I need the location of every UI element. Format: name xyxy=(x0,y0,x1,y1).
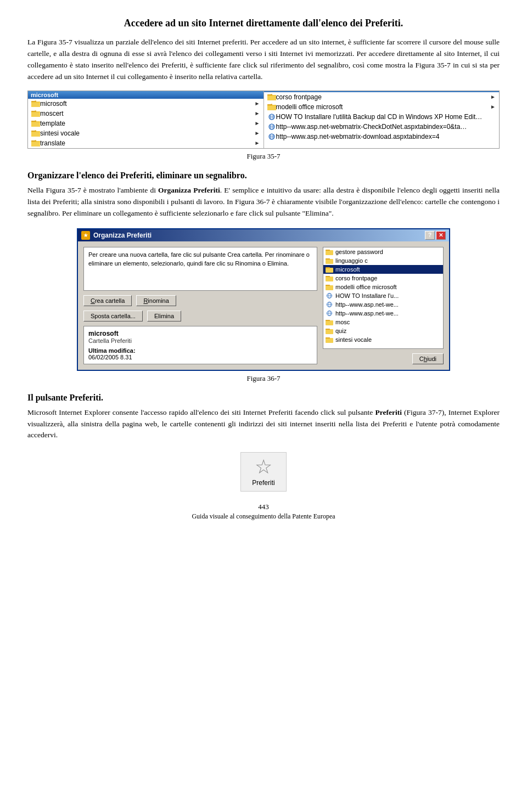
dialog-close-row: Chiudi xyxy=(323,353,444,364)
list-item[interactable]: sintesi vocale xyxy=(323,335,443,344)
list-item[interactable]: template► xyxy=(28,119,264,128)
list-item[interactable]: modelli office microsoft► xyxy=(264,102,500,112)
arrow-icon: ► xyxy=(490,104,496,110)
fig35-caption: Figura 35-7 xyxy=(27,152,500,161)
dialog-title-left: ★ Organizza Preferiti xyxy=(81,231,152,240)
arrow-icon: ► xyxy=(490,94,496,100)
section-1-title: Organizzare l'elenco dei Preferiti, elim… xyxy=(27,171,500,181)
link-icon xyxy=(326,292,333,299)
preferiti-label: Preferiti xyxy=(252,479,274,487)
list-item[interactable]: HOW TO Installare l'u... xyxy=(323,291,443,300)
figure-35-7: microsoft microsoft►moscert►template►sin… xyxy=(27,91,500,149)
link-icon xyxy=(267,113,276,120)
figure-36-7: ★ Organizza Preferiti ? ✕ Per creare una… xyxy=(77,228,450,371)
favorites-list[interactable]: gestore passwordlinguaggio cmicrosoftcor… xyxy=(323,247,444,349)
preferiti-star: ☆ Preferiti xyxy=(240,452,286,492)
info-mod: Ultima modifica: 06/02/2005 8.31 xyxy=(88,347,312,360)
folder-icon xyxy=(267,103,276,110)
dialog-title-text: Organizza Preferiti xyxy=(93,232,152,239)
folder-icon xyxy=(267,93,276,100)
help-button[interactable]: ? xyxy=(425,231,435,240)
dialog-titlebar: ★ Organizza Preferiti ? ✕ xyxy=(78,229,449,241)
arrow-icon: ► xyxy=(255,130,260,136)
fig35-left-col: microsoft microsoft►moscert►template►sin… xyxy=(28,91,264,148)
list-item[interactable]: moscert► xyxy=(28,109,264,119)
list-item[interactable]: mosc xyxy=(323,318,443,326)
page-number: 443 xyxy=(27,503,500,511)
list-item[interactable]: microsoft► xyxy=(28,99,264,109)
list-item[interactable]: translate► xyxy=(28,138,264,148)
list-item[interactable]: quiz xyxy=(323,326,443,335)
fig35-left-header: microsoft xyxy=(28,91,264,99)
section-2-title: Il pulsante Preferiti. xyxy=(27,393,500,403)
folder-icon xyxy=(31,139,40,146)
dialog-title-buttons: ? ✕ xyxy=(425,231,446,240)
folder-icon xyxy=(31,129,40,137)
dialog-description: Per creare una nuova cartella, fare clic… xyxy=(83,247,317,291)
arrow-icon: ► xyxy=(255,120,260,126)
dialog-title-icon: ★ xyxy=(81,231,90,240)
list-item[interactable]: sintesi vocale► xyxy=(28,128,264,138)
list-item[interactable]: corso frontpage► xyxy=(264,92,500,102)
list-item[interactable]: microsoft xyxy=(323,265,443,274)
link-icon xyxy=(267,133,276,140)
dialog-left: Per creare una nuova cartella, fare clic… xyxy=(83,247,317,364)
dialog-body: Per creare una nuova cartella, fare clic… xyxy=(78,241,449,370)
page-footer: 443 Guida visuale al conseguimento della… xyxy=(27,503,500,521)
rinomina-button[interactable]: Rinomina xyxy=(136,295,176,306)
folder-icon xyxy=(326,336,333,343)
arrow-icon: ► xyxy=(255,140,260,146)
folder-icon xyxy=(326,257,333,264)
folder-icon xyxy=(326,266,333,273)
close-button[interactable]: ✕ xyxy=(436,231,446,240)
folder-icon xyxy=(326,249,333,255)
list-item[interactable]: http--www.asp.net-webmatrix-CheckDotNet.… xyxy=(264,122,500,132)
star-icon: ☆ xyxy=(255,457,272,477)
list-item[interactable]: http--www.asp.net-we... xyxy=(323,309,443,318)
list-item[interactable]: http--www.asp.net-webmatrix-download.asp… xyxy=(264,132,500,142)
paragraph-1: La Figura 35-7 visualizza un parziale de… xyxy=(27,37,500,83)
arrow-icon: ► xyxy=(255,110,260,116)
footer-text: Guida visuale al conseguimento della Pat… xyxy=(27,512,500,521)
list-item[interactable]: HOW TO Installare l'utilità Backup dal C… xyxy=(264,112,500,122)
info-name: microsoft xyxy=(88,330,312,337)
link-icon xyxy=(326,310,333,317)
page-title: Accedere ad un sito Internet direttament… xyxy=(27,16,500,30)
link-icon xyxy=(326,301,333,308)
fig36-caption: Figura 36-7 xyxy=(27,374,500,383)
paragraph-3: Microsoft Internet Explorer consente l'a… xyxy=(27,407,500,442)
list-item[interactable]: modelli office microsoft xyxy=(323,283,443,291)
elimina-button[interactable]: Elimina xyxy=(147,311,181,322)
arrow-icon: ► xyxy=(255,100,260,106)
folder-icon xyxy=(31,120,40,127)
list-item[interactable]: linguaggio c xyxy=(323,256,443,265)
fig35-right-col: corso frontpage►modelli office microsoft… xyxy=(264,91,500,148)
list-item[interactable]: http--www.asp.net-we... xyxy=(323,300,443,309)
sposta-cartella-button[interactable]: Sposta cartella... xyxy=(83,311,143,322)
dialog-btn-row-2: Sposta cartella... Elimina xyxy=(83,311,317,322)
dialog-right: gestore passwordlinguaggio cmicrosoftcor… xyxy=(323,247,444,364)
dialog-btn-row-1: Crea cartella Rinomina xyxy=(83,295,317,306)
list-item[interactable]: gestore password xyxy=(323,247,443,256)
dialog-info-box: microsoft Cartella Preferiti Ultima modi… xyxy=(83,326,317,364)
folder-icon xyxy=(326,328,333,334)
crea-cartella-button[interactable]: Crea cartella xyxy=(83,295,132,306)
list-item[interactable]: corso frontpage xyxy=(323,274,443,283)
folder-icon xyxy=(31,100,40,107)
preferiti-image-container: ☆ Preferiti xyxy=(27,452,500,492)
folder-icon xyxy=(31,110,40,117)
info-type: Cartella Preferiti xyxy=(88,337,312,344)
link-icon xyxy=(267,123,276,130)
chiudi-button[interactable]: Chiudi xyxy=(412,353,444,364)
paragraph-2: Nella Figura 35-7 è mostrato l'ambiente … xyxy=(27,185,500,219)
folder-icon xyxy=(326,275,333,281)
folder-icon xyxy=(326,284,333,290)
folder-icon xyxy=(326,319,333,325)
